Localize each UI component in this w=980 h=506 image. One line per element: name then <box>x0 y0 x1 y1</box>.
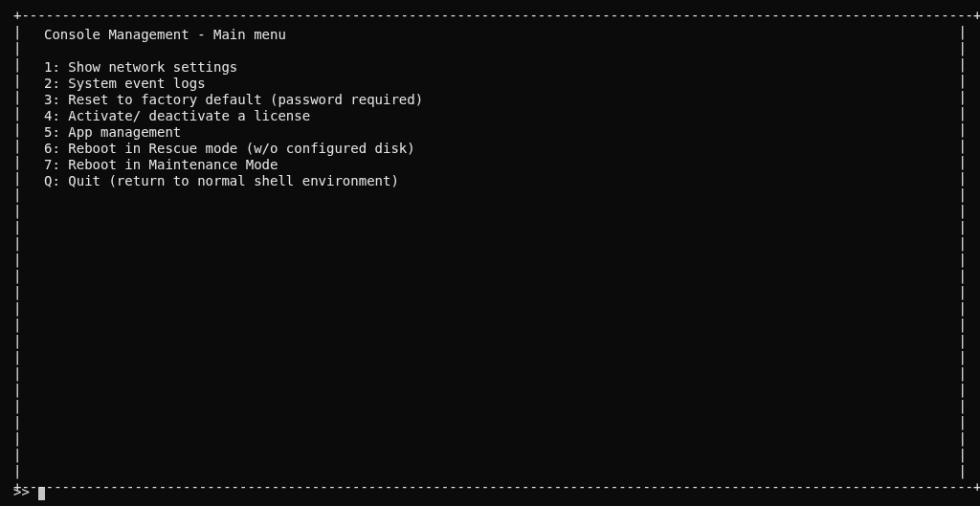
terminal-screen: +---------------------------------------… <box>0 0 980 506</box>
box-left-bar: | <box>13 398 21 414</box>
box-right-bar: | <box>959 317 967 333</box>
box-right-bar: | <box>959 284 967 300</box>
menu-item-sep: : <box>52 76 68 91</box>
box-right-bar: | <box>959 24 967 40</box>
box-right-bar: | <box>959 219 967 235</box>
box-right-bar: | <box>959 463 967 479</box>
box-left-bar: | <box>13 317 21 333</box>
box-right-bar: | <box>959 56 967 73</box>
box-right-bar: | <box>959 89 967 105</box>
menu-item-6[interactable]: 6: Reboot in Rescue mode (w/o configured… <box>44 141 951 157</box>
box-left-bar: | <box>13 333 21 349</box>
menu-item-5[interactable]: 5: App management <box>44 124 951 141</box>
box-right-bar: | <box>959 430 967 447</box>
box-left-bar: | <box>13 89 21 105</box>
shell-prompt[interactable]: >> <box>13 484 897 500</box>
box-left-bar: | <box>13 40 21 56</box>
menu-item-label: Show network settings <box>68 59 237 75</box>
menu-item-sep: : <box>52 59 68 75</box>
text-cursor <box>38 487 45 500</box>
menu-item-label: Activate/ deactivate a license <box>68 108 310 123</box>
box-right-bar: | <box>959 268 967 284</box>
box-left-bar: | <box>13 268 21 284</box>
box-right-bar: | <box>959 73 967 89</box>
menu-item-7[interactable]: 7: Reboot in Maintenance Mode <box>44 157 951 173</box>
blank-line <box>44 43 951 59</box>
page-title: Console Management - Main menu <box>44 27 951 43</box>
box-left-bar: | <box>13 300 21 317</box>
box-right-bar: | <box>959 333 967 349</box>
prompt-input[interactable] <box>35 484 897 500</box>
box-right-bar: | <box>959 398 967 414</box>
box-left-bar: | <box>13 105 21 121</box>
box-left-bar: | <box>13 349 21 365</box>
box-left-bar: | <box>13 235 21 252</box>
menu-item-label: Reset to factory default (password requi… <box>68 92 423 107</box>
box-right-bar: | <box>959 105 967 121</box>
box-left-bar: | <box>13 73 21 89</box>
box-left-bar: | <box>13 56 21 73</box>
menu-item-4[interactable]: 4: Activate/ deactivate a license <box>44 108 951 124</box>
box-left-bar: | <box>13 24 21 40</box>
box-left-bar: | <box>13 284 21 300</box>
menu-content: Console Management - Main menu 1: Show n… <box>44 27 951 189</box>
box-right-bar: | <box>959 252 967 268</box>
box-right-bar: | <box>959 349 967 365</box>
menu-item-sep: : <box>52 124 68 140</box>
menu-item-sep: : <box>52 92 68 107</box>
menu-item-label: Reboot in Maintenance Mode <box>68 157 278 172</box>
box-right-bar: | <box>959 365 967 382</box>
box-right-bar: | <box>959 170 967 187</box>
box-right-bar: | <box>959 300 967 317</box>
menu-item-sep: : <box>52 108 68 123</box>
menu-item-2[interactable]: 2: System event logs <box>44 76 951 92</box>
box-left-bar: | <box>13 430 21 447</box>
box-left-bar: | <box>13 203 21 219</box>
box-left-bar: | <box>13 170 21 187</box>
menu-item-sep: : <box>52 157 68 172</box>
menu-item-label: Quit (return to normal shell environment… <box>68 173 399 188</box>
box-right-bar: | <box>959 187 967 203</box>
menu-item-label: System event logs <box>68 76 205 91</box>
box-right-bar: | <box>959 382 967 398</box>
box-left-bar: | <box>13 219 21 235</box>
box-right-bar: | <box>959 203 967 219</box>
prompt-symbol: >> <box>13 484 30 500</box>
box-right-bar: | <box>959 121 967 138</box>
box-left-bar: | <box>13 414 21 430</box>
box-left-bar: | <box>13 138 21 154</box>
box-right-bar: | <box>959 138 967 154</box>
menu-item-sep: : <box>52 141 68 156</box>
menu-item-sep: : <box>52 173 68 188</box>
box-left-bar: | <box>13 447 21 463</box>
box-left-bar: | <box>13 463 21 479</box>
menu-item-label: App management <box>68 124 181 140</box>
menu-item-label: Reboot in Rescue mode (w/o configured di… <box>68 141 414 156</box>
box-left-bar: | <box>13 252 21 268</box>
box-left-bar: | <box>13 382 21 398</box>
box-right-bar: | <box>959 447 967 463</box>
box-right-bar: | <box>959 414 967 430</box>
menu-item-3[interactable]: 3: Reset to factory default (password re… <box>44 92 951 108</box>
box-top-border: +---------------------------------------… <box>13 8 980 24</box>
box-left-bar: | <box>13 365 21 382</box>
menu-item-q[interactable]: Q: Quit (return to normal shell environm… <box>44 173 951 189</box>
box-right-bar: | <box>959 154 967 170</box>
menu-item-1[interactable]: 1: Show network settings <box>44 59 951 76</box>
box-left-bar: | <box>13 121 21 138</box>
box-right-bar: | <box>959 40 967 56</box>
box-left-bar: | <box>13 154 21 170</box>
box-left-bar: | <box>13 187 21 203</box>
box-right-bar: | <box>959 235 967 252</box>
